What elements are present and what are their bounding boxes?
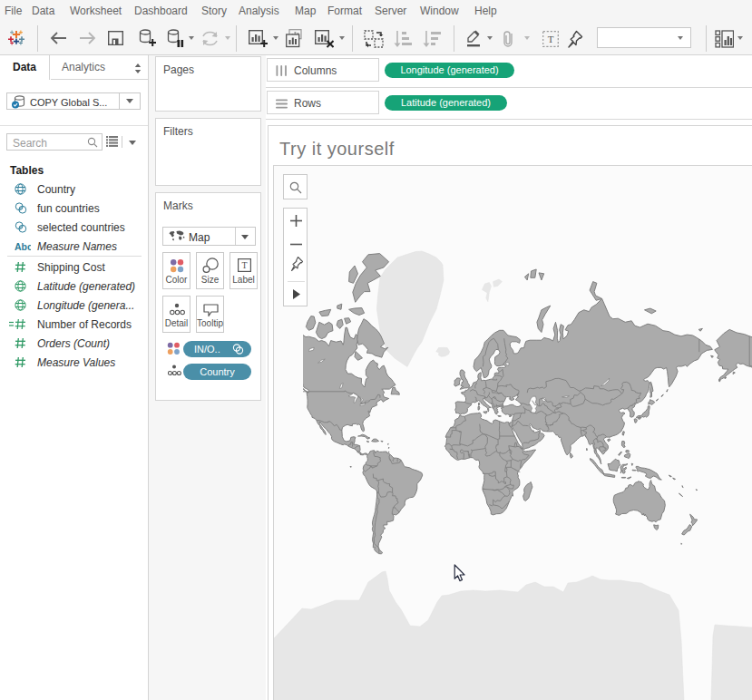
svg-text:Abc: Abc <box>15 241 31 252</box>
svg-text:T: T <box>241 260 247 270</box>
svg-text:T: T <box>548 34 554 44</box>
